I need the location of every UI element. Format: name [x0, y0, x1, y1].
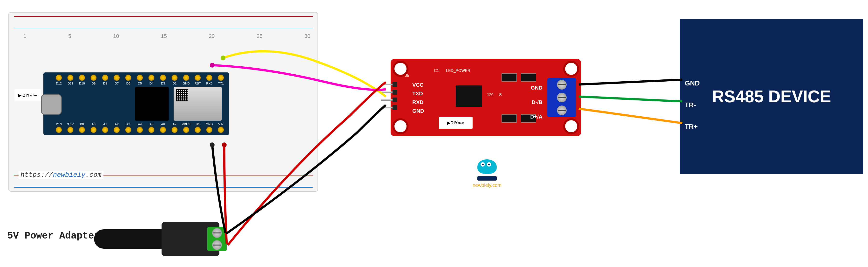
mount-hole-icon	[563, 118, 579, 134]
mount-hole-icon	[393, 118, 408, 134]
usb-c-port	[41, 94, 62, 115]
silkscreen-label: LED_POWER	[446, 69, 470, 73]
rs485-ttl-module: VCC TXD RXD GND 120 S J5 C1 LED_POWER GN…	[391, 59, 581, 136]
screw-terminal-icon	[557, 106, 567, 115]
screw-terminal-icon	[212, 240, 222, 250]
module-header-pins	[381, 81, 397, 111]
silkscreen-label: C1	[434, 69, 439, 73]
wire-green-module-device-trminus	[579, 97, 682, 101]
nano-top-labels: D12D11D10 D9D8D7 D6D5D4 D3D2GND RSTRX0TX…	[53, 82, 227, 85]
power-adapter-label: 5V Power Adapter	[7, 231, 100, 241]
barrel-jack-icon	[94, 229, 171, 249]
nano-pins-bottom-row	[53, 127, 227, 133]
rs485-transceiver-ic	[456, 85, 482, 107]
module-right-pin-labels: GND D-/B D+/A	[530, 81, 542, 124]
diyables-logo-breadboard: DIYables	[14, 89, 41, 101]
diyables-logo-module: ▶ DIYables	[439, 117, 472, 129]
owl-brand-text: newbiely.com	[472, 183, 501, 188]
nano-bottom-labels: D133.3VB0 A0A1A2 A3A4A5 A6A7VBUS B1GNDVI…	[53, 123, 227, 126]
dc-barrel-adapter: − +	[94, 222, 227, 256]
smd-resistor	[501, 114, 517, 123]
device-title: RS485 DEVICE	[712, 87, 831, 106]
screw-terminal-block	[547, 78, 576, 117]
breadboard-column-numbers: 1 5 10 15 20 25 30	[23, 33, 310, 39]
power-rail-top	[14, 15, 313, 29]
source-url: https://newbiely.com	[19, 171, 103, 179]
silkscreen-label: J5	[405, 73, 409, 78]
smd-resistor	[501, 73, 517, 82]
rs485-device-box: RS485 DEVICE GND TR- TR+	[680, 19, 863, 174]
wire-black-module-device-gnd	[579, 80, 682, 84]
wire-orange-module-device-trplus	[579, 109, 682, 123]
screw-terminal-icon	[557, 80, 567, 89]
screw-terminal-icon	[212, 228, 222, 238]
smd-resistor	[521, 73, 536, 82]
device-pin-labels: GND TR- TR+	[685, 73, 700, 138]
main-chip	[135, 87, 169, 121]
owl-icon	[476, 159, 498, 179]
silkscreen-label: 120	[487, 93, 494, 97]
screw-terminal-icon	[557, 93, 567, 102]
silkscreen-label: S	[499, 93, 502, 97]
barrel-screw-terminal	[207, 227, 227, 251]
nano-pins-top-row	[53, 74, 227, 81]
module-left-pin-labels: VCC TXD RXD GND	[412, 81, 424, 115]
newbiely-owl-logo: newbiely.com	[472, 159, 501, 188]
qr-code	[176, 89, 188, 101]
mount-hole-icon	[563, 61, 579, 77]
arduino-nano-esp32: D12D11D10 D9D8D7 D6D5D4 D3D2GND RSTRX0TX…	[43, 73, 229, 135]
